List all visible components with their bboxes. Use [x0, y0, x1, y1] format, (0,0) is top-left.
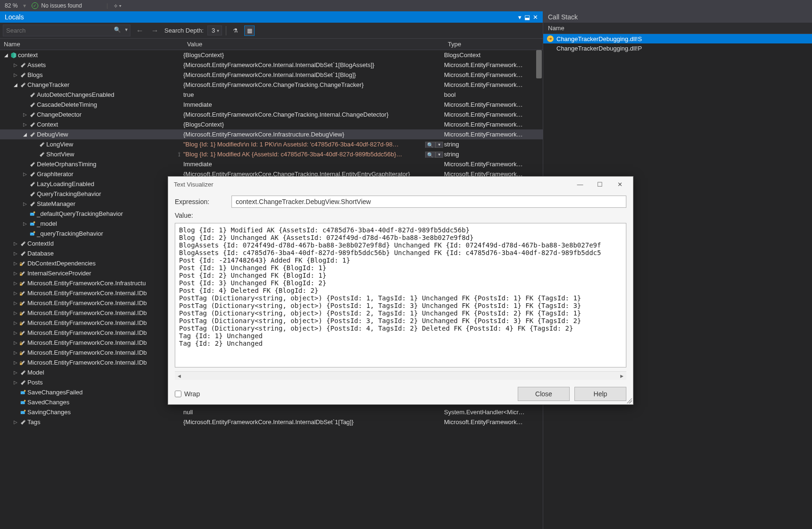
expand-icon[interactable]: ▷ [12, 370, 19, 375]
variable-type: Microsoft.EntityFramework… [444, 418, 543, 426]
cube-icon [9, 52, 18, 59]
variable-name: Model [27, 369, 44, 376]
locals-row[interactable]: ◢ChangeTracker{Microsoft.EntityFramework… [0, 80, 543, 90]
resize-grip-icon[interactable] [626, 398, 632, 403]
help-button[interactable]: Help [574, 387, 626, 401]
callstack-row[interactable]: ChangeTrackerDebugging.dll!P [543, 43, 812, 53]
collapse-icon[interactable]: ◢ [22, 132, 28, 137]
expand-icon[interactable]: ▷ [12, 310, 19, 316]
expand-icon[interactable]: ▷ [12, 241, 19, 246]
maximize-icon[interactable]: ☐ [590, 181, 609, 188]
locals-row[interactable]: ▷Tags{Microsoft.EntityFrameworkCore.Inte… [0, 417, 543, 427]
locals-row[interactable]: CascadeDeleteTimingImmediateMicrosoft.En… [0, 100, 543, 110]
variable-value: "Blog {Id: 1} Modified\r\n Id: 1 PK\r\n … [183, 141, 399, 148]
window-dropdown-icon[interactable]: ▾ [518, 14, 521, 21]
expand-icon[interactable]: ▷ [12, 251, 19, 256]
expand-icon[interactable]: ▷ [12, 360, 19, 365]
search-dropdown-icon[interactable]: ▼ [124, 27, 128, 32]
depth-value[interactable]: 3 ▼ [207, 26, 222, 35]
expand-icon[interactable]: ▷ [12, 330, 19, 335]
value-label: Value: [175, 212, 227, 219]
locals-row[interactable]: ▷Context{BlogsContext}Microsoft.EntityFr… [0, 119, 543, 129]
expand-icon[interactable]: ▷ [12, 340, 19, 345]
visualizer-icon[interactable]: 🔍 [425, 142, 436, 148]
expand-icon[interactable]: ▷ [12, 281, 19, 286]
expression-input[interactable] [231, 196, 626, 208]
pin-icon[interactable]: ⟟ [178, 151, 180, 158]
locals-row[interactable]: ShortView⟟"Blog {Id: 1} Modified AK {Ass… [0, 149, 543, 159]
expand-icon[interactable]: ▷ [12, 419, 19, 425]
callstack-title-bar: Call Stack [543, 11, 812, 23]
callstack-body[interactable]: ➜ChangeTrackerDebugging.dll!SChangeTrack… [543, 34, 812, 53]
lockwrench-icon [19, 310, 27, 316]
pin-icon[interactable]: ⬓ [524, 14, 530, 21]
variable-value: {Microsoft.EntityFrameworkCore.Internal.… [183, 71, 356, 78]
variable-name: Context [37, 121, 58, 128]
status-strip: 82 % ▾ ✓ No issues found | ⟡ ▾ [0, 0, 812, 11]
depth-label: Search Depth: [164, 27, 204, 34]
variable-name: Microsoft.EntityFrameworkCore.Internal.I… [27, 299, 147, 307]
expand-icon[interactable]: ▷ [22, 122, 28, 127]
expand-icon[interactable]: ▷ [12, 300, 19, 306]
expand-icon[interactable]: ▷ [12, 320, 19, 325]
variable-name: ContextId [27, 240, 54, 247]
variable-name: Microsoft.EntityFrameworkCore.Internal.I… [27, 349, 147, 356]
locals-row[interactable]: AutoDetectChangesEnabledtruebool [0, 90, 543, 100]
search-icon[interactable]: 🔍 [114, 26, 121, 33]
collapse-icon[interactable]: ◢ [12, 82, 19, 87]
nav-forward-icon[interactable]: → [149, 26, 161, 35]
locals-row[interactable]: ◢context{BlogsContext}BlogsContext [0, 50, 543, 60]
expand-icon[interactable]: ▷ [12, 62, 19, 68]
locals-row[interactable]: ▷Blogs{Microsoft.EntityFrameworkCore.Int… [0, 70, 543, 80]
wrench-icon [19, 82, 27, 88]
callstack-row[interactable]: ➜ChangeTrackerDebugging.dll!S [543, 34, 812, 43]
expand-icon[interactable]: ▷ [12, 290, 19, 296]
expand-icon[interactable]: ▷ [12, 271, 19, 276]
expand-icon[interactable]: ▷ [22, 201, 28, 206]
expand-icon[interactable]: ▷ [22, 112, 28, 117]
wrench-icon [28, 201, 37, 207]
filter-icon[interactable]: ⚗ [230, 26, 240, 36]
locals-row[interactable]: DeleteOrphansTimingImmediateMicrosoft.En… [0, 159, 543, 169]
expand-icon[interactable]: ▷ [22, 171, 28, 177]
variable-value: Immediate [183, 161, 212, 168]
visualizer-dropdown-icon[interactable]: ▼ [436, 152, 443, 158]
variable-type: string [444, 151, 543, 158]
variable-name: context [18, 51, 38, 59]
value-textarea[interactable]: Blog {Id: 1} Modified AK {AssetsId: c478… [175, 223, 626, 367]
locals-row[interactable]: LongView"Blog {Id: 1} Modified\r\n Id: 1… [0, 139, 543, 149]
locals-row[interactable]: SavingChangesnullSystem.EventHandler<Mic… [0, 407, 543, 417]
close-button[interactable]: Close [518, 387, 570, 401]
variable-name: Database [27, 250, 54, 257]
horizontal-scrollbar[interactable]: ◄► [175, 371, 626, 380]
visualizer-icon[interactable]: 🔍 [425, 152, 436, 158]
locals-row[interactable]: ▷ChangeDetector{Microsoft.EntityFramewor… [0, 110, 543, 119]
visualizer-title-bar[interactable]: Text Visualizer — ☐ ✕ [168, 177, 633, 192]
close-icon[interactable]: ✕ [533, 14, 538, 21]
variable-value: null [183, 409, 193, 416]
variable-name: ChangeDetector [37, 111, 82, 118]
variable-type: Microsoft.EntityFramework… [444, 161, 543, 168]
expand-icon[interactable]: ▷ [12, 350, 19, 355]
minimize-icon[interactable]: — [571, 181, 590, 188]
variable-value: {Microsoft.EntityFrameworkCore.ChangeTra… [183, 111, 389, 118]
toggle-icon[interactable]: ▦ [244, 26, 255, 36]
expand-icon[interactable]: ▷ [12, 380, 19, 385]
callstack-header[interactable]: Name [543, 23, 812, 34]
variable-name: LazyLoadingEnabled [37, 180, 94, 188]
collapse-icon[interactable]: ◢ [3, 52, 9, 58]
lockwrench-icon [19, 320, 27, 326]
expand-icon[interactable]: ▷ [12, 261, 19, 266]
nav-back-icon[interactable]: ← [134, 26, 145, 35]
zoom-level[interactable]: 82 % [5, 2, 17, 9]
tag-icon[interactable]: ⟡ ▾ [114, 2, 121, 9]
search-input[interactable] [3, 25, 130, 36]
expand-icon[interactable]: ▷ [22, 221, 28, 226]
visualizer-dropdown-icon[interactable]: ▼ [436, 142, 443, 148]
locals-row[interactable]: ▷Assets{Microsoft.EntityFrameworkCore.In… [0, 60, 543, 70]
locals-row[interactable]: ◢DebugView{Microsoft.EntityFrameworkCore… [0, 129, 543, 139]
expand-icon[interactable]: ▷ [12, 72, 19, 77]
wrap-checkbox[interactable]: Wrap [175, 390, 200, 398]
close-icon[interactable]: ✕ [610, 181, 629, 188]
scrollbar-thumb[interactable] [536, 50, 542, 78]
